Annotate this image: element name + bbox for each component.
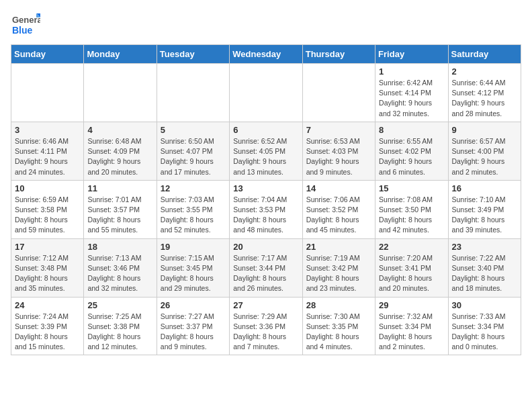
day-info: Sunrise: 7:29 AM Sunset: 3:36 PM Dayligh… xyxy=(233,312,298,353)
day-cell: 9Sunrise: 6:57 AM Sunset: 4:00 PM Daylig… xyxy=(448,122,521,180)
day-number: 1 xyxy=(379,66,444,77)
day-cell: 15Sunrise: 7:08 AM Sunset: 3:50 PM Dayli… xyxy=(375,180,448,238)
day-number: 21 xyxy=(306,242,371,252)
day-cell xyxy=(11,64,84,122)
day-cell: 22Sunrise: 7:20 AM Sunset: 3:41 PM Dayli… xyxy=(375,238,448,297)
day-cell: 7Sunrise: 6:53 AM Sunset: 4:03 PM Daylig… xyxy=(302,122,375,180)
day-info: Sunrise: 7:01 AM Sunset: 3:57 PM Dayligh… xyxy=(87,195,152,236)
day-number: 7 xyxy=(306,125,371,135)
day-cell: 4Sunrise: 6:48 AM Sunset: 4:09 PM Daylig… xyxy=(84,122,157,180)
logo: General Blue xyxy=(11,11,40,40)
page-header: General Blue xyxy=(11,11,521,40)
weekday-header-thursday: Thursday xyxy=(302,45,375,64)
day-cell: 2Sunrise: 6:44 AM Sunset: 4:12 PM Daylig… xyxy=(448,64,521,122)
day-info: Sunrise: 6:46 AM Sunset: 4:11 PM Dayligh… xyxy=(15,136,80,177)
day-cell: 25Sunrise: 7:25 AM Sunset: 3:38 PM Dayli… xyxy=(84,297,157,355)
day-info: Sunrise: 6:55 AM Sunset: 4:02 PM Dayligh… xyxy=(379,136,444,177)
day-cell: 1Sunrise: 6:42 AM Sunset: 4:14 PM Daylig… xyxy=(375,64,448,122)
day-info: Sunrise: 7:13 AM Sunset: 3:46 PM Dayligh… xyxy=(87,253,152,294)
day-cell: 28Sunrise: 7:30 AM Sunset: 3:35 PM Dayli… xyxy=(302,297,375,355)
day-info: Sunrise: 7:32 AM Sunset: 3:34 PM Dayligh… xyxy=(379,312,444,353)
day-info: Sunrise: 7:08 AM Sunset: 3:50 PM Dayligh… xyxy=(379,195,444,236)
svg-text:General: General xyxy=(12,15,40,25)
day-info: Sunrise: 7:22 AM Sunset: 3:40 PM Dayligh… xyxy=(452,253,517,294)
weekday-header-wednesday: Wednesday xyxy=(230,45,302,64)
day-cell: 21Sunrise: 7:19 AM Sunset: 3:42 PM Dayli… xyxy=(302,238,375,297)
day-info: Sunrise: 7:12 AM Sunset: 3:48 PM Dayligh… xyxy=(15,253,80,294)
day-number: 27 xyxy=(233,300,298,310)
day-cell: 20Sunrise: 7:17 AM Sunset: 3:44 PM Dayli… xyxy=(230,238,302,297)
day-number: 24 xyxy=(15,300,80,310)
day-number: 10 xyxy=(15,183,80,193)
day-cell: 17Sunrise: 7:12 AM Sunset: 3:48 PM Dayli… xyxy=(11,238,84,297)
day-cell: 30Sunrise: 7:33 AM Sunset: 3:34 PM Dayli… xyxy=(448,297,521,355)
day-info: Sunrise: 6:42 AM Sunset: 4:14 PM Dayligh… xyxy=(379,78,444,119)
day-info: Sunrise: 6:48 AM Sunset: 4:09 PM Dayligh… xyxy=(87,136,152,177)
day-cell: 19Sunrise: 7:15 AM Sunset: 3:45 PM Dayli… xyxy=(157,238,229,297)
day-number: 13 xyxy=(233,183,298,193)
day-number: 26 xyxy=(161,300,226,310)
day-number: 12 xyxy=(161,183,226,193)
week-row-2: 10Sunrise: 6:59 AM Sunset: 3:58 PM Dayli… xyxy=(11,180,521,238)
day-number: 30 xyxy=(452,300,517,310)
week-row-4: 24Sunrise: 7:24 AM Sunset: 3:39 PM Dayli… xyxy=(11,297,521,355)
day-info: Sunrise: 7:10 AM Sunset: 3:49 PM Dayligh… xyxy=(452,195,517,236)
week-row-0: 1Sunrise: 6:42 AM Sunset: 4:14 PM Daylig… xyxy=(11,64,521,122)
day-cell: 23Sunrise: 7:22 AM Sunset: 3:40 PM Dayli… xyxy=(448,238,521,297)
week-row-1: 3Sunrise: 6:46 AM Sunset: 4:11 PM Daylig… xyxy=(11,122,521,180)
day-info: Sunrise: 7:24 AM Sunset: 3:39 PM Dayligh… xyxy=(15,312,80,353)
day-info: Sunrise: 7:04 AM Sunset: 3:53 PM Dayligh… xyxy=(233,195,298,236)
day-info: Sunrise: 7:15 AM Sunset: 3:45 PM Dayligh… xyxy=(161,253,226,294)
day-cell: 24Sunrise: 7:24 AM Sunset: 3:39 PM Dayli… xyxy=(11,297,84,355)
weekday-header-sunday: Sunday xyxy=(11,45,84,64)
day-cell xyxy=(157,64,229,122)
day-info: Sunrise: 6:53 AM Sunset: 4:03 PM Dayligh… xyxy=(306,136,371,177)
day-cell: 3Sunrise: 6:46 AM Sunset: 4:11 PM Daylig… xyxy=(11,122,84,180)
day-cell: 16Sunrise: 7:10 AM Sunset: 3:49 PM Dayli… xyxy=(448,180,521,238)
day-number: 2 xyxy=(452,66,517,77)
day-number: 20 xyxy=(233,242,298,252)
day-cell: 10Sunrise: 6:59 AM Sunset: 3:58 PM Dayli… xyxy=(11,180,84,238)
day-cell: 18Sunrise: 7:13 AM Sunset: 3:46 PM Dayli… xyxy=(84,238,157,297)
svg-text:Blue: Blue xyxy=(12,25,33,36)
day-info: Sunrise: 7:20 AM Sunset: 3:41 PM Dayligh… xyxy=(379,253,444,294)
day-cell: 8Sunrise: 6:55 AM Sunset: 4:02 PM Daylig… xyxy=(375,122,448,180)
weekday-header-friday: Friday xyxy=(375,45,448,64)
day-cell: 12Sunrise: 7:03 AM Sunset: 3:55 PM Dayli… xyxy=(157,180,229,238)
day-info: Sunrise: 7:06 AM Sunset: 3:52 PM Dayligh… xyxy=(306,195,371,236)
day-info: Sunrise: 7:17 AM Sunset: 3:44 PM Dayligh… xyxy=(233,253,298,294)
day-number: 17 xyxy=(15,242,80,252)
day-number: 14 xyxy=(306,183,371,193)
day-number: 6 xyxy=(233,125,298,135)
day-info: Sunrise: 6:52 AM Sunset: 4:05 PM Dayligh… xyxy=(233,136,298,177)
day-cell: 26Sunrise: 7:27 AM Sunset: 3:37 PM Dayli… xyxy=(157,297,229,355)
logo-icon: General Blue xyxy=(11,11,40,40)
day-number: 19 xyxy=(161,242,226,252)
day-info: Sunrise: 7:30 AM Sunset: 3:35 PM Dayligh… xyxy=(306,312,371,353)
calendar-table: SundayMondayTuesdayWednesdayThursdayFrid… xyxy=(11,44,521,355)
day-number: 4 xyxy=(87,125,152,135)
weekday-header-monday: Monday xyxy=(84,45,157,64)
day-cell: 29Sunrise: 7:32 AM Sunset: 3:34 PM Dayli… xyxy=(375,297,448,355)
day-number: 18 xyxy=(87,242,152,252)
day-cell: 6Sunrise: 6:52 AM Sunset: 4:05 PM Daylig… xyxy=(230,122,302,180)
weekday-header-tuesday: Tuesday xyxy=(157,45,229,64)
day-number: 11 xyxy=(87,183,152,193)
day-cell: 27Sunrise: 7:29 AM Sunset: 3:36 PM Dayli… xyxy=(230,297,302,355)
day-info: Sunrise: 7:03 AM Sunset: 3:55 PM Dayligh… xyxy=(161,195,226,236)
day-number: 9 xyxy=(452,125,517,135)
weekday-header-saturday: Saturday xyxy=(448,45,521,64)
day-cell xyxy=(230,64,302,122)
day-number: 23 xyxy=(452,242,517,252)
day-info: Sunrise: 7:27 AM Sunset: 3:37 PM Dayligh… xyxy=(161,312,226,353)
day-number: 29 xyxy=(379,300,444,310)
day-info: Sunrise: 6:44 AM Sunset: 4:12 PM Dayligh… xyxy=(452,78,517,119)
day-info: Sunrise: 6:59 AM Sunset: 3:58 PM Dayligh… xyxy=(15,195,80,236)
day-info: Sunrise: 7:33 AM Sunset: 3:34 PM Dayligh… xyxy=(452,312,517,353)
day-cell: 5Sunrise: 6:50 AM Sunset: 4:07 PM Daylig… xyxy=(157,122,229,180)
day-cell: 13Sunrise: 7:04 AM Sunset: 3:53 PM Dayli… xyxy=(230,180,302,238)
day-info: Sunrise: 6:50 AM Sunset: 4:07 PM Dayligh… xyxy=(161,136,226,177)
day-number: 8 xyxy=(379,125,444,135)
day-number: 16 xyxy=(452,183,517,193)
day-info: Sunrise: 6:57 AM Sunset: 4:00 PM Dayligh… xyxy=(452,136,517,177)
